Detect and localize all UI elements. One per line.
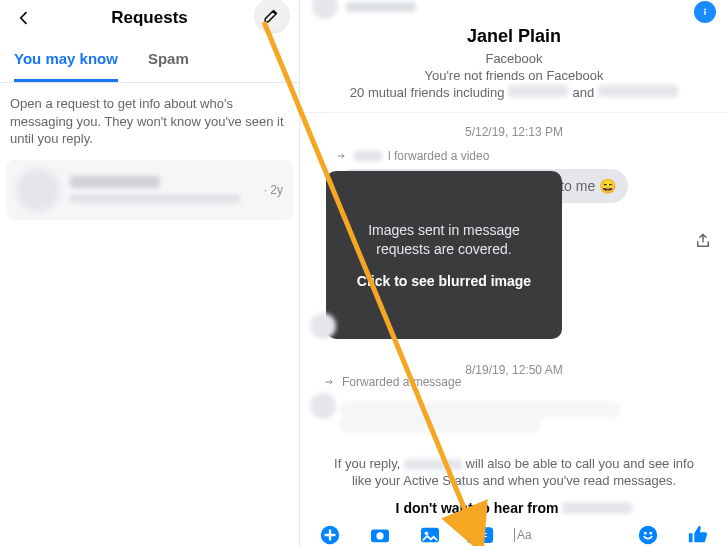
name-redacted	[404, 459, 462, 470]
svg-point-0	[704, 9, 706, 11]
request-tabs: You may know Spam	[0, 36, 299, 83]
chat-header: Janel Plain Facebook You're not friends …	[300, 0, 728, 113]
image-icon	[419, 526, 441, 544]
message-thread: 5/12/19, 12:13 PM l forwarded a video Th…	[300, 113, 728, 449]
requests-hint: Open a request to get info about who's m…	[0, 83, 299, 160]
block-row[interactable]: I don't want to hear from	[300, 496, 728, 518]
svg-point-11	[649, 532, 652, 535]
message-avatar	[310, 393, 336, 419]
requests-title: Requests	[12, 8, 287, 28]
camera-icon	[369, 526, 391, 544]
like-button[interactable]	[682, 524, 714, 546]
smile-icon	[637, 524, 659, 546]
tab-spam[interactable]: Spam	[148, 50, 189, 82]
conversation-pane: Janel Plain Facebook You're not friends …	[300, 0, 728, 546]
reply-warning: If you reply, will also be able to call …	[300, 449, 728, 496]
info-button[interactable]	[694, 1, 716, 23]
svg-point-10	[644, 532, 647, 535]
request-time: · 2y	[264, 183, 283, 197]
blurred-image-overlay[interactable]: Images sent in message requests are cove…	[326, 171, 562, 339]
request-list-item[interactable]: · 2y	[6, 160, 293, 220]
sender-name-redacted	[354, 151, 382, 161]
svg-text:GIF: GIF	[473, 531, 488, 541]
thumbs-up-icon	[687, 524, 709, 546]
name-redacted	[562, 502, 632, 514]
message-redacted	[340, 403, 620, 417]
mutual-name-redacted	[598, 85, 678, 97]
gif-icon: GIF	[466, 526, 494, 544]
share-icon	[694, 231, 712, 251]
avatar	[16, 168, 60, 212]
info-icon	[699, 6, 711, 18]
left-header: Requests	[0, 0, 299, 36]
message-redacted	[340, 419, 540, 431]
forwarded-text: Forwarded a message	[342, 375, 461, 389]
svg-point-9	[639, 526, 657, 544]
pencil-icon	[263, 6, 281, 24]
mutual-and: and	[572, 85, 594, 100]
header-avatar	[312, 0, 338, 19]
forwarded-text: l forwarded a video	[388, 149, 489, 163]
overlay-text-1: Images sent in message requests are cove…	[344, 221, 544, 259]
svg-point-6	[425, 531, 429, 535]
camera-button[interactable]	[364, 524, 396, 546]
mutual-name-redacted	[508, 85, 568, 97]
request-preview-redacted	[70, 194, 240, 203]
share-button[interactable]	[694, 231, 712, 255]
timestamp: 5/12/19, 12:13 PM	[312, 125, 716, 139]
gallery-button[interactable]	[414, 524, 446, 546]
forwarded-label: l forwarded a video	[336, 149, 716, 163]
mutual-prefix: 20 mutual friends including	[350, 85, 505, 100]
plus-circle-icon	[319, 524, 341, 546]
add-button[interactable]	[314, 524, 346, 546]
warning-prefix: If you reply,	[334, 456, 404, 471]
overlay-text-2: Click to see blurred image	[344, 273, 544, 289]
forwarded-label: Forwarded a message	[324, 375, 461, 389]
composer-bar: GIF Aa	[300, 518, 728, 546]
forward-icon	[336, 150, 348, 162]
requests-pane: Requests You may know Spam Open a reques…	[0, 0, 300, 546]
request-name-redacted	[70, 176, 160, 188]
svg-point-4	[376, 532, 383, 539]
message-avatar	[310, 313, 336, 339]
input-placeholder: Aa	[514, 528, 532, 542]
gif-button[interactable]: GIF	[464, 524, 496, 546]
svg-rect-1	[704, 11, 706, 15]
not-friends-label: You're not friends on Facebook	[312, 68, 716, 83]
person-name: Janel Plain	[312, 26, 716, 47]
block-prefix: I don't want to hear from	[396, 500, 559, 516]
forward-icon	[324, 376, 336, 388]
emoji-button[interactable]	[632, 524, 664, 546]
tab-you-may-know[interactable]: You may know	[14, 50, 118, 82]
platform-label: Facebook	[312, 51, 716, 66]
header-name-redacted	[346, 2, 416, 12]
mutual-friends-row: 20 mutual friends including and	[312, 85, 716, 100]
request-text	[70, 176, 264, 203]
message-input[interactable]: Aa	[514, 528, 614, 542]
